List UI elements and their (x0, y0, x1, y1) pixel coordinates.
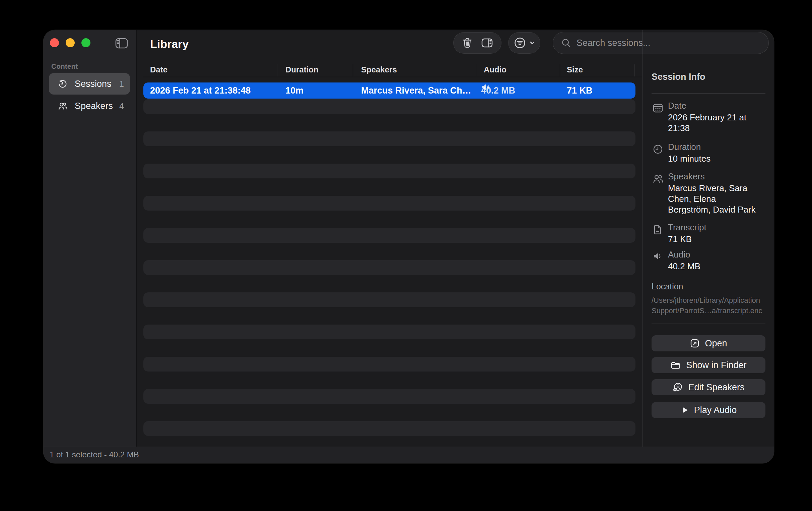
page-title: Library (150, 37, 188, 51)
calendar-icon (652, 103, 663, 113)
cell-duration: 10m (285, 82, 303, 99)
show-in-finder-button-label: Show in Finder (686, 360, 746, 371)
window-controls (50, 38, 90, 47)
panel-right-icon (481, 37, 493, 49)
sidebar-item-count: 1 (119, 79, 124, 89)
cell-date: 2026 Feb 21 at 21:38:48 (150, 82, 251, 99)
search-icon (561, 38, 571, 48)
empty-row (143, 260, 635, 275)
sidebar-toggle-button[interactable] (115, 37, 128, 50)
people-icon (58, 101, 67, 111)
column-resize-handle[interactable] (353, 64, 353, 77)
play-audio-button[interactable]: Play Audio (651, 402, 765, 418)
info-label: Transcript (668, 222, 706, 233)
trash-icon (461, 37, 473, 49)
sidebar-item-speakers[interactable]: Speakers 4 (49, 95, 130, 117)
filter-menu-button[interactable] (513, 36, 535, 50)
empty-row (143, 99, 635, 114)
open-button[interactable]: Open (651, 335, 765, 351)
app-window: Content Sessions 1 Speak (44, 30, 774, 463)
folder-icon (670, 360, 681, 370)
column-resize-handle[interactable] (477, 64, 477, 77)
show-in-finder-button[interactable]: Show in Finder (651, 357, 765, 373)
table-header-divider (143, 77, 642, 77)
cell-audio-text: 40.2 MB (481, 82, 515, 99)
column-header-speakers[interactable]: Speakers (361, 65, 397, 75)
info-label: Duration (668, 142, 701, 152)
inspector-title-divider (651, 93, 765, 93)
location-path: /Users/jthoren/Library/Application Suppo… (651, 295, 772, 316)
sidebar-item-sessions[interactable]: Sessions 1 (49, 73, 130, 95)
person-plus-icon (672, 382, 683, 393)
search-field[interactable] (553, 32, 769, 54)
close-window-button[interactable] (50, 38, 59, 47)
sidebar-item-label: Speakers (75, 101, 113, 111)
clock-icon (652, 144, 663, 155)
open-external-icon (690, 338, 700, 348)
play-audio-button-label: Play Audio (694, 405, 737, 415)
document-icon (652, 224, 663, 235)
location-label: Location (651, 281, 684, 291)
open-button-label: Open (705, 338, 727, 349)
empty-row (143, 325, 635, 339)
info-value: 10 minutes (668, 153, 771, 164)
edit-speakers-button-label: Edit Speakers (688, 382, 744, 393)
empty-row (143, 196, 635, 211)
toolbar-button-group (453, 32, 501, 54)
toggle-inspector-button[interactable] (481, 37, 493, 49)
empty-row (143, 131, 635, 146)
inspector-divider (642, 30, 642, 447)
filter-circle-icon (513, 36, 527, 50)
empty-row (143, 421, 635, 436)
info-value: 40.2 MB (668, 261, 771, 272)
column-header-date[interactable]: Date (150, 65, 168, 75)
column-header-duration[interactable]: Duration (285, 65, 319, 75)
cell-speakers: Marcus Rivera, Sara Ch… (361, 82, 471, 99)
inspector-toolbar-divider (642, 58, 774, 58)
info-value: Marcus Rivera, Sara Chen, Elena Bergströ… (668, 183, 771, 215)
history-icon (58, 79, 67, 88)
sidebar-item-count: 4 (119, 101, 124, 111)
play-icon (680, 406, 689, 414)
minimize-window-button[interactable] (66, 38, 75, 47)
delete-session-button[interactable] (461, 37, 473, 49)
column-resize-handle[interactable] (560, 64, 560, 77)
panel-left-icon (115, 37, 128, 50)
empty-row (143, 357, 635, 372)
empty-row (143, 389, 635, 404)
table-row-selected[interactable]: 2026 Feb 21 at 21:38:48 10m Marcus River… (143, 82, 635, 99)
chevron-down-icon (529, 40, 535, 46)
info-label: Date (668, 101, 686, 111)
cell-size: 71 KB (567, 82, 592, 99)
inspector-title: Session Info (651, 72, 705, 82)
column-header-audio[interactable]: Audio (484, 65, 506, 75)
empty-row (143, 292, 635, 307)
zoom-window-button[interactable] (81, 38, 90, 47)
edit-speakers-button[interactable]: Edit Speakers (651, 379, 765, 395)
sidebar-section-label: Content (51, 62, 78, 71)
info-label: Speakers (668, 171, 705, 182)
info-value: 71 KB (668, 234, 771, 244)
sidebar-item-label: Sessions (75, 79, 112, 89)
people-icon (652, 173, 663, 184)
selection-status-text: 1 of 1 selected - 40.2 MB (50, 450, 139, 459)
inspector-bottom-divider (651, 324, 765, 324)
status-bar: 1 of 1 selected - 40.2 MB (44, 447, 774, 463)
filter-menu-button-group (508, 32, 540, 54)
empty-row (143, 164, 635, 179)
search-input[interactable] (576, 37, 758, 49)
speaker-icon (652, 251, 663, 262)
info-value: 2026 February 21 at 21:38 (668, 112, 771, 133)
column-header-size[interactable]: Size (567, 65, 583, 75)
sidebar: Content Sessions 1 Speak (44, 30, 137, 447)
info-label: Audio (668, 249, 690, 260)
empty-row (143, 228, 635, 243)
column-resize-handle[interactable] (277, 64, 278, 77)
